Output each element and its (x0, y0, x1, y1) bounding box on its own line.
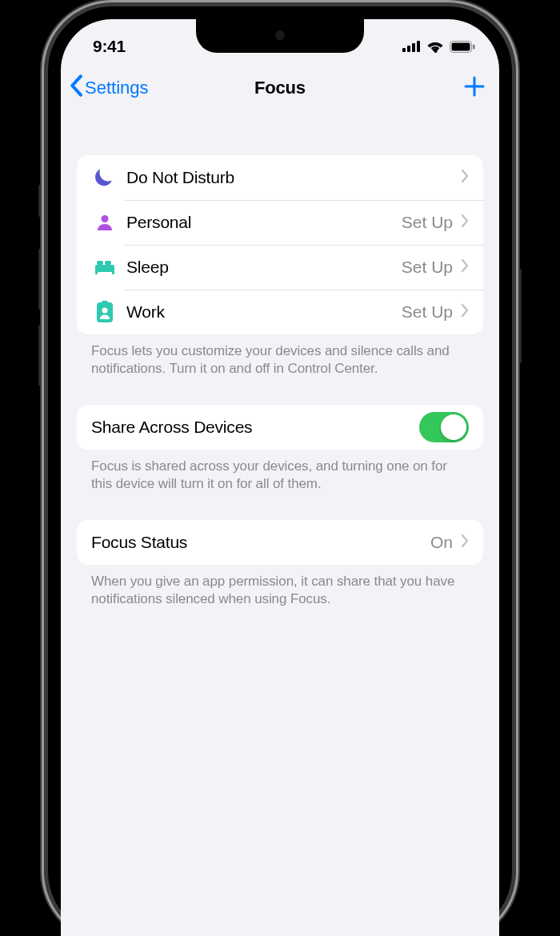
focus-status-group: Focus Status On (77, 520, 483, 565)
badge-icon (91, 298, 118, 326)
focus-modes-footer: Focus lets you customize your devices an… (77, 334, 483, 378)
share-across-row[interactable]: Share Across Devices (77, 405, 483, 450)
svg-rect-2 (412, 43, 415, 52)
chevron-left-icon (69, 74, 85, 102)
plus-icon (464, 76, 485, 100)
screen: 9:41 Settings Focus (61, 19, 499, 936)
row-label: Focus Status (91, 533, 430, 552)
battery-icon (450, 41, 475, 53)
svg-rect-5 (452, 42, 470, 50)
chevron-right-icon (461, 169, 469, 186)
status-time: 9:41 (93, 37, 126, 56)
focus-row-do-not-disturb[interactable]: Do Not Disturb (77, 155, 483, 200)
share-across-group: Share Across Devices (77, 405, 483, 450)
row-label: Share Across Devices (91, 418, 419, 437)
moon-icon (91, 164, 118, 191)
row-detail: Set Up (402, 258, 453, 277)
svg-rect-12 (105, 261, 111, 265)
focus-row-personal[interactable]: Personal Set Up (77, 200, 483, 245)
svg-point-7 (102, 215, 109, 222)
svg-rect-8 (95, 265, 114, 272)
chevron-right-icon (461, 534, 469, 551)
toggle-knob (441, 414, 466, 440)
chevron-right-icon (461, 258, 469, 276)
phone-frame: 9:41 Settings Focus (48, 6, 512, 936)
svg-rect-0 (402, 48, 406, 52)
volume-up-button (38, 248, 45, 310)
chevron-right-icon (461, 303, 469, 321)
volume-down-button (38, 324, 45, 386)
share-across-toggle[interactable] (419, 412, 469, 442)
svg-rect-6 (473, 44, 475, 49)
notch (196, 19, 364, 53)
status-icons (402, 40, 475, 53)
focus-status-footer: When you give an app permission, it can … (77, 565, 483, 608)
focus-row-sleep[interactable]: Sleep Set Up (77, 245, 483, 290)
person-icon (91, 209, 118, 236)
focus-modes-group: Do Not Disturb Personal Set Up (77, 155, 483, 334)
bed-icon (91, 254, 118, 281)
side-button (515, 268, 522, 364)
wifi-icon (426, 40, 444, 53)
row-label: Do Not Disturb (126, 168, 461, 187)
svg-rect-10 (112, 270, 114, 274)
row-detail: Set Up (402, 302, 453, 322)
cellular-icon (402, 41, 421, 52)
focus-status-row[interactable]: Focus Status On (77, 520, 483, 565)
content: Do Not Disturb Personal Set Up (61, 123, 499, 936)
back-button[interactable]: Settings (69, 66, 149, 110)
share-across-footer: Focus is shared across your devices, and… (77, 450, 483, 493)
nav-bar: Settings Focus (61, 66, 499, 110)
page-title: Focus (254, 78, 306, 98)
svg-rect-14 (102, 301, 108, 305)
svg-rect-1 (407, 46, 410, 52)
row-label: Work (126, 302, 402, 322)
svg-rect-9 (95, 270, 98, 274)
svg-rect-11 (97, 261, 103, 265)
back-label: Settings (85, 78, 149, 98)
focus-row-work[interactable]: Work Set Up (77, 290, 483, 334)
row-detail: On (430, 533, 453, 552)
add-button[interactable] (464, 66, 485, 110)
row-detail: Set Up (402, 213, 453, 232)
svg-rect-3 (417, 41, 420, 52)
chevron-right-icon (461, 214, 469, 231)
row-label: Personal (126, 213, 402, 232)
row-label: Sleep (126, 258, 402, 277)
svg-point-15 (102, 308, 108, 314)
mute-switch (38, 184, 45, 218)
